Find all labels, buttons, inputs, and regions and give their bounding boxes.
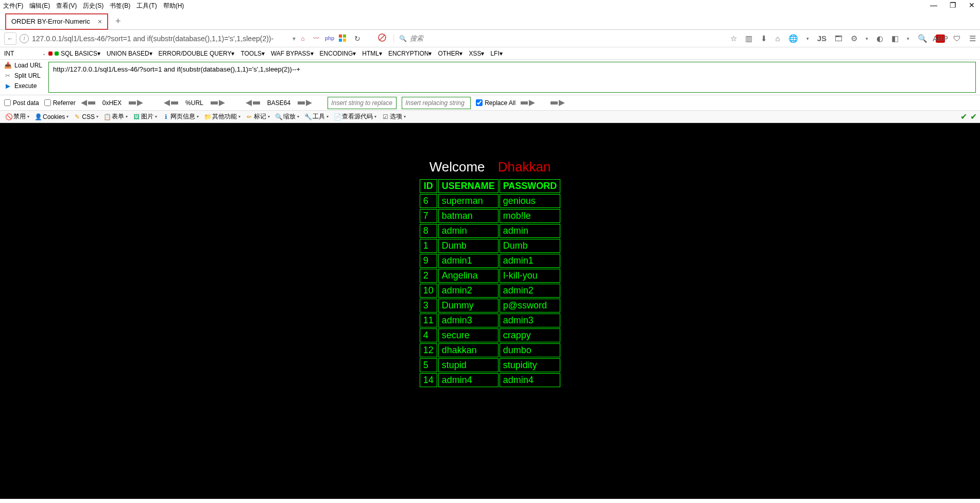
sql-menu-item-6[interactable]: HTML▾: [362, 50, 382, 57]
library-icon[interactable]: ▥: [745, 34, 752, 43]
int-dropdown[interactable]: [4, 50, 40, 57]
dev-icon-10: 📄: [334, 113, 341, 120]
noscript-icon[interactable]: [378, 33, 386, 43]
home-icon[interactable]: ⌂: [299, 34, 307, 43]
check2-icon[interactable]: ✔: [970, 112, 977, 122]
js-icon[interactable]: JS: [817, 34, 827, 43]
url-dropdown-icon[interactable]: ▾: [293, 35, 296, 42]
dev-item-1[interactable]: 👤Cookies: [32, 113, 71, 120]
sql-menu-item-8[interactable]: OTHER▾: [438, 50, 462, 57]
hex-encode-button[interactable]: [129, 100, 143, 106]
new-tab-button[interactable]: +: [115, 16, 121, 27]
referrer-checkbox[interactable]: Referrer: [44, 99, 76, 107]
dev-label-4: 图片: [141, 112, 153, 121]
back-button[interactable]: ←: [4, 32, 16, 45]
menu-file[interactable]: 文件(F): [3, 2, 23, 10]
table-cell: Dumb: [500, 239, 561, 253]
download-icon[interactable]: ⬇: [761, 34, 767, 43]
dev-item-6[interactable]: 📁其他功能: [202, 112, 243, 121]
window-minimize-icon[interactable]: —: [930, 1, 937, 9]
dev-item-5[interactable]: ℹ网页信息: [160, 112, 201, 121]
table-cell: Angelina: [438, 269, 498, 283]
insert-replace-input[interactable]: [402, 97, 471, 109]
menu-edit[interactable]: 编辑(E): [29, 2, 50, 10]
dropdown2-icon[interactable]: ▾: [866, 36, 868, 41]
url-encode-button[interactable]: [211, 100, 225, 106]
split-url-button[interactable]: ✂ Split URL: [4, 72, 42, 79]
post-data-checkbox[interactable]: Post data: [4, 99, 39, 107]
dev-item-9[interactable]: 🔧工具: [302, 112, 331, 121]
dev-item-8[interactable]: 🔍缩放: [273, 112, 301, 121]
dev-item-11[interactable]: ☑选项: [380, 112, 408, 121]
feather-icon[interactable]: 〰: [312, 34, 320, 43]
table-cell: 1: [420, 239, 437, 253]
insert-find-input[interactable]: [328, 97, 397, 109]
adblock-icon[interactable]: ABP: [936, 34, 945, 43]
shield-icon[interactable]: 🛡: [953, 34, 961, 43]
dev-item-4[interactable]: 🖼图片: [131, 112, 159, 121]
b64-decode-button[interactable]: [246, 100, 260, 106]
search-input[interactable]: [410, 34, 513, 42]
table-cell: secure: [438, 328, 498, 342]
sidebar-icon[interactable]: ◧: [891, 34, 899, 43]
php-icon[interactable]: php: [325, 34, 334, 43]
ms-icon[interactable]: [339, 34, 347, 43]
menu-bookmarks[interactable]: 书签(B): [110, 2, 130, 10]
hackbar-url-input[interactable]: [48, 62, 976, 93]
dev-item-3[interactable]: 📋表单: [101, 112, 130, 121]
led-green-icon: [55, 51, 59, 56]
menu-history[interactable]: 历史(S): [83, 2, 104, 10]
globe-icon[interactable]: 🌐: [788, 34, 798, 43]
url-input[interactable]: [32, 34, 289, 43]
menu-view[interactable]: 查看(V): [56, 2, 77, 10]
dev-item-2[interactable]: ✎CSS: [72, 113, 100, 120]
dev-item-10[interactable]: 📄查看源代码: [332, 112, 379, 121]
hex-decode-button[interactable]: [81, 100, 95, 106]
extra-arrow-button[interactable]: [551, 100, 565, 106]
window-icon[interactable]: 🗔: [835, 34, 843, 43]
gear-icon[interactable]: ⚙: [851, 34, 857, 43]
reload-button[interactable]: ↻: [354, 34, 360, 43]
home-nav-icon[interactable]: ⌂: [776, 34, 780, 43]
b64-encode-button[interactable]: [298, 100, 312, 106]
sql-menu-item-7[interactable]: ENCRYPTION▾: [388, 50, 432, 57]
star-icon[interactable]: ☆: [730, 34, 737, 43]
dev-label-1: Cookies: [43, 113, 65, 120]
replace-all-checkbox[interactable]: Replace All: [476, 99, 515, 107]
pocket-icon[interactable]: ◐: [876, 34, 883, 43]
load-url-button[interactable]: 📥 Load URL: [4, 62, 42, 69]
window-close-icon[interactable]: ✕: [969, 1, 975, 9]
sql-menu-item-0[interactable]: SQL BASICS▾: [61, 50, 100, 57]
url-decode-button[interactable]: [164, 100, 178, 106]
sql-menu-item-10[interactable]: LFI▾: [490, 50, 502, 57]
sql-menu-item-4[interactable]: WAF BYPASS▾: [271, 50, 314, 57]
dropdown3-icon[interactable]: ▾: [907, 36, 909, 41]
sql-menu-item-2[interactable]: ERROR/DOUBLE QUERY▾: [159, 50, 235, 57]
execute-button[interactable]: ▶ Execute: [4, 82, 42, 90]
browser-tab[interactable]: ORDER BY-Error-Numeric ×: [5, 13, 108, 30]
dropdown-caret-icon[interactable]: ⌄: [42, 51, 46, 56]
check1-icon[interactable]: ✔: [960, 112, 967, 122]
sql-menu-item-1[interactable]: UNION BASED▾: [107, 50, 152, 57]
table-cell: admin3: [438, 314, 498, 327]
menu-help[interactable]: 帮助(H): [163, 2, 184, 10]
magnify-icon[interactable]: 🔍: [918, 34, 927, 43]
dhakkan-text: Dhakkan: [498, 159, 551, 175]
table-cell: admin3: [500, 314, 561, 327]
load-url-label: Load URL: [14, 62, 42, 69]
sql-menu-item-9[interactable]: XSS▾: [469, 50, 484, 57]
menu-icon[interactable]: ☰: [969, 34, 976, 43]
site-info-icon[interactable]: i: [20, 34, 29, 43]
sql-menu-item-5[interactable]: ENCODING▾: [320, 50, 356, 57]
tab-close-icon[interactable]: ×: [98, 18, 102, 26]
window-maximize-icon[interactable]: ❐: [950, 1, 956, 9]
menu-tools[interactable]: 工具(T): [136, 2, 157, 10]
dev-item-0[interactable]: 🚫禁用: [3, 112, 31, 121]
dropdown-icon[interactable]: ▾: [806, 36, 809, 41]
replace-go-button[interactable]: [521, 100, 535, 106]
dev-item-7[interactable]: ✏标记: [244, 112, 272, 121]
dev-icon-3: 📋: [104, 113, 111, 120]
table-row: 11admin3admin3: [420, 314, 561, 327]
sql-menu-item-3[interactable]: TOOLS▾: [240, 50, 264, 57]
dev-label-11: 选项: [390, 112, 402, 121]
